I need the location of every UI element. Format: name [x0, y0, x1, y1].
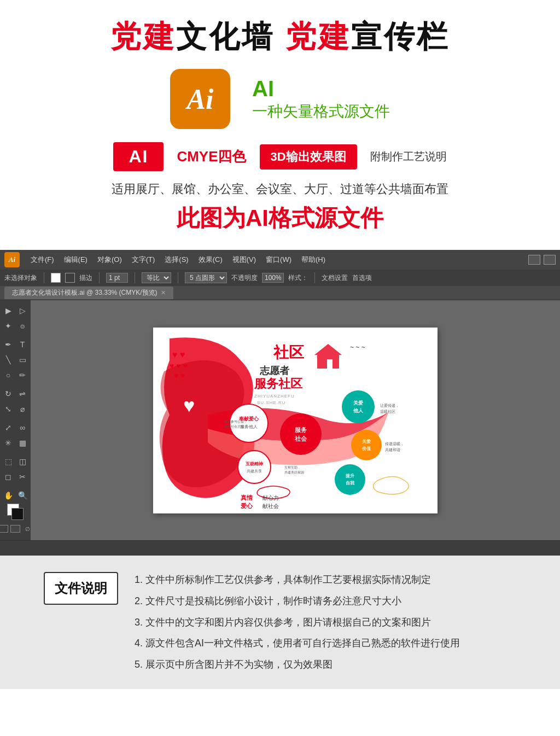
- svg-text:ZHIYUANZHEFU: ZHIYUANZHEFU: [254, 394, 295, 399]
- tool-pair-rotate: ↻ ⇌: [2, 387, 29, 401]
- filetab-close[interactable]: ✕: [161, 289, 166, 296]
- line-tool[interactable]: ╲: [2, 353, 15, 367]
- type-tool[interactable]: T: [16, 337, 29, 352]
- badge-ai: AI: [113, 142, 164, 171]
- toolbar-style-label: 样式：: [288, 273, 308, 283]
- title-dangji-2: 党建: [285, 19, 351, 54]
- svg-text:共建和谐: 共建和谐: [385, 448, 400, 452]
- svg-text:献社会: 献社会: [262, 503, 279, 509]
- tool-pair-width: ⤢ ∞: [2, 420, 29, 435]
- ai-format-label: AI: [252, 77, 390, 101]
- svg-text:自我: 自我: [346, 481, 354, 486]
- toolbox-bottom: ∅: [0, 504, 32, 537]
- menu-help[interactable]: 帮助(H): [297, 254, 330, 266]
- tool-pair-zoom: ✋ 🔍: [2, 488, 29, 503]
- toolbar-ratio-select[interactable]: 等比: [142, 272, 171, 283]
- scale-tool[interactable]: ⤡: [2, 402, 15, 416]
- menu-file[interactable]: 文件(F): [26, 254, 59, 266]
- background-color[interactable]: [11, 508, 24, 520]
- big-label: 此图为AI格式源文件: [11, 203, 549, 233]
- svg-text:♥ ♥ ♥: ♥ ♥ ♥: [170, 361, 188, 370]
- tool-pair-pen: ✒ T: [2, 337, 29, 352]
- pen-tool[interactable]: ✒: [2, 337, 15, 352]
- rotate-tool[interactable]: ↻: [2, 387, 15, 401]
- toolbar-first-page[interactable]: 首选项: [352, 273, 372, 283]
- select-tool[interactable]: ▶: [2, 303, 15, 318]
- volunteer-design-svg: ♥ ♥ ♥ ♥ ♥ ♥ ♥ ♥ 社区 志愿者 服务社区 ZHIYUANZHEFU…: [153, 328, 438, 513]
- toolbar-sep-5: [314, 272, 315, 283]
- magic-wand-tool[interactable]: ✦: [2, 319, 15, 333]
- tool-pair-select: ▶ ▷: [2, 303, 29, 318]
- svg-point-27: [351, 430, 382, 460]
- svg-text:♥ ♥: ♥ ♥: [174, 371, 185, 380]
- filetab-filename: 志愿者文化墙设计模板.ai @ 33.33% (CMYK/预览): [12, 288, 158, 297]
- svg-text:价值: 价值: [361, 446, 371, 451]
- svg-text:服务: 服务: [294, 427, 307, 433]
- ellipse-tool[interactable]: ○: [2, 368, 15, 382]
- tool-pair-line: ╲ ▭: [2, 353, 29, 367]
- menu-select[interactable]: 选择(S): [160, 254, 192, 266]
- ai-logo-small: Ai: [4, 252, 20, 267]
- hand-tool[interactable]: ✋: [2, 488, 15, 503]
- svg-text:自愿参与公益，: 自愿参与公益，: [224, 420, 247, 423]
- reflect-tool[interactable]: ⇌: [16, 387, 29, 401]
- toolbar-sep-4: [178, 272, 178, 283]
- svg-text:共建共享: 共建共享: [247, 469, 262, 474]
- menu-edit[interactable]: 编辑(E): [60, 254, 92, 266]
- rect-tool[interactable]: ▭: [16, 353, 29, 367]
- svg-text:传递温暖，: 传递温暖，: [385, 442, 404, 446]
- svg-point-32: [335, 464, 365, 495]
- slice-tool[interactable]: ◫: [16, 454, 29, 469]
- toolbar-opacity-input[interactable]: [262, 273, 284, 283]
- file-explain-label: 文件说明: [44, 572, 118, 605]
- direct-select-tool[interactable]: ▷: [16, 303, 29, 318]
- menu-window[interactable]: 窗口(W): [261, 254, 296, 266]
- graph-tool[interactable]: ▦: [16, 436, 29, 450]
- svg-text:献心力: 献心力: [262, 495, 279, 501]
- toolbar-sep-3: [135, 272, 135, 283]
- artboard-tool[interactable]: ⬚: [2, 454, 15, 469]
- top-section: 党建文化墙 党建宣传栏 Ai AI 一种矢量格式源文件 AI CMYE四色 3D…: [0, 0, 560, 250]
- toolbar-shape-select[interactable]: 5 点圆形: [185, 272, 227, 283]
- toolbar-pt-input[interactable]: [106, 273, 128, 283]
- canvas-document: ♥ ♥ ♥ ♥ ♥ ♥ ♥ ♥ 社区 志愿者 服务社区 ZHIYUANZHEFU…: [153, 328, 438, 513]
- menu-right: [528, 255, 556, 265]
- symbol-tool[interactable]: ✳: [2, 436, 15, 450]
- list-item-2: 2. 文件尺寸是投稿比例缩小设计，制作时请务必注意尺寸大小: [135, 593, 460, 609]
- warp-tool[interactable]: ⌀: [16, 402, 29, 416]
- brush-tool[interactable]: ✏: [16, 368, 29, 382]
- zoom-tool[interactable]: 🔍: [16, 488, 29, 503]
- lasso-tool[interactable]: ⌾: [16, 319, 29, 333]
- file-explain-row: 文件说明 1. 文件中所标制作工艺仅供参考，具体制作工艺要根据实际情况制定 2.…: [44, 572, 516, 673]
- filetab-item[interactable]: 志愿者文化墙设计模板.ai @ 33.33% (CMYK/预览) ✕: [4, 287, 173, 299]
- ai-canvas-area: ▶ ▷ ✦ ⌾ ✒ T ╲ ▭ ○ ✏ ↻ ⇌: [0, 300, 560, 540]
- svg-text:♥: ♥: [183, 394, 195, 417]
- title-xuanchuan: 宣传栏: [351, 19, 450, 54]
- svg-text:提升: 提升: [345, 473, 354, 478]
- blend-tool[interactable]: ∞: [16, 420, 29, 435]
- menu-effect[interactable]: 效果(C): [194, 254, 227, 266]
- menu-view[interactable]: 视图(V): [228, 254, 260, 266]
- scissors-tool[interactable]: ✂: [16, 470, 29, 484]
- menu-text[interactable]: 文字(T): [127, 254, 160, 266]
- toolbar-status: 未选择对象: [4, 273, 37, 283]
- menu-object[interactable]: 对象(O): [93, 254, 126, 266]
- tool-pair-ellipse: ○ ✏: [2, 368, 29, 382]
- svg-text:社区: 社区: [273, 344, 304, 361]
- title-wenhua: 文化墙: [176, 19, 285, 54]
- svg-text:共建美好家园: 共建美好家园: [284, 470, 304, 474]
- list-item-4: 4. 源文件包含AI一种文件格式，使用者可自行选择自己熟悉的软件进行使用: [135, 635, 460, 651]
- menu-icon-1: [528, 255, 540, 265]
- toolbar-opacity-label: 不透明度: [231, 273, 258, 283]
- width-tool[interactable]: ⤢: [2, 420, 15, 435]
- ai-format-desc: 一种矢量格式源文件: [252, 103, 390, 120]
- svg-text:互帮互助，: 互帮互助，: [284, 466, 301, 469]
- badge-note: 附制作工艺说明: [370, 149, 447, 164]
- ai-icon-label: Ai: [186, 83, 213, 115]
- svg-point-16: [280, 413, 322, 455]
- toolbar-doc-settings[interactable]: 文档设置: [322, 273, 348, 283]
- main-title: 党建文化墙 党建宣传栏: [11, 16, 549, 58]
- eraser-tool[interactable]: ◻: [2, 470, 15, 484]
- title-dangji-1: 党建: [110, 19, 176, 54]
- svg-text:♥ ♥: ♥ ♥: [172, 350, 185, 359]
